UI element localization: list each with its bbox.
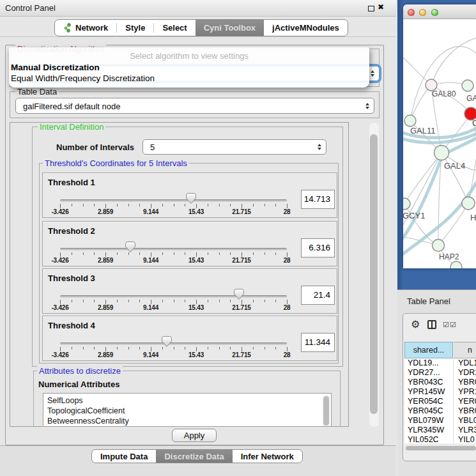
bottom-tab-bar: Impute DataDiscretize DataInfer Network [91, 449, 303, 463]
attributes-list-scrollbar[interactable] [323, 395, 330, 427]
threshold-value-field[interactable]: 21.4 [301, 286, 335, 305]
slider-track[interactable] [60, 199, 287, 202]
control-panel-titlebar: Control Panel ✖ [0, 0, 396, 17]
network-window: GAL80GAGAL11CGAL4GCY1HHAP2 [403, 4, 476, 268]
tick-mark [196, 347, 197, 351]
table-row[interactable]: YDL19...YDL1 [404, 358, 476, 368]
tick-mark [208, 252, 208, 255]
tab-network[interactable]: Network [55, 20, 116, 36]
network-canvas[interactable]: GAL80GAGAL11CGAL4GCY1HHAP2 [403, 19, 476, 268]
tick-mark [151, 252, 151, 257]
zoom-traffic-icon[interactable] [431, 9, 438, 16]
network-node [462, 80, 473, 91]
network-node [433, 240, 445, 252]
tick-label: 21.715 [232, 257, 250, 264]
tick-mark [242, 300, 242, 304]
algorithm-dropdown-popup: Select algorithm to view settings Manual… [9, 47, 369, 88]
tick-label: -3.426 [51, 257, 68, 264]
threshold-panel: Threshold 4-3.4262.8599.14415.4321.71528… [42, 316, 337, 361]
slider-track[interactable] [60, 248, 287, 250]
tick-label: 21.715 [232, 351, 250, 358]
settings-viewport: Interval Definition Number of Intervals … [10, 122, 349, 427]
tab-cyni-toolbox[interactable]: Cyni Toolbox [196, 20, 264, 36]
minimize-traffic-icon[interactable] [419, 9, 426, 16]
tab-style[interactable]: Style [117, 20, 153, 36]
tab-select[interactable]: Select [154, 20, 195, 36]
tick-mark [83, 252, 84, 255]
threshold-panel: Threshold 2-3.4262.8599.14415.4321.71528… [42, 221, 337, 266]
table-row[interactable]: YBR045CYBR0 [404, 406, 476, 416]
close-traffic-icon[interactable] [408, 9, 415, 16]
threshold-value-field[interactable]: 6.316 [301, 238, 335, 257]
dropdown-option-manual[interactable]: Manual Discretization [11, 63, 100, 72]
network-icon [63, 23, 72, 33]
cyni-toolbox-panel: Discretization Algorithm Table Data galF… [5, 45, 384, 445]
tab-jactivemnodules[interactable]: jActiveMNodules [264, 20, 348, 36]
column-header-shared-name[interactable]: shared... [404, 342, 453, 358]
close-icon[interactable]: ✖ [378, 3, 384, 12]
table-data-combobox[interactable]: galFiltered.sif default node [15, 98, 374, 114]
cell-shared-name: YBR043C [404, 378, 453, 387]
tick-mark [117, 252, 118, 255]
table-row[interactable]: YBR043CYBR0 [404, 378, 476, 387]
slider-thumb[interactable] [233, 288, 245, 300]
tick-label: 21.715 [232, 208, 250, 215]
slider-thumb[interactable] [161, 335, 173, 348]
threshold-label: Threshold 1 [48, 178, 95, 187]
table-panel-title: Table Panel [407, 296, 450, 306]
attributes-group: Attributes to discretize Numerical Attri… [33, 371, 341, 427]
node-label: GCY1 [403, 211, 425, 220]
gear-icon[interactable]: ⚙ [411, 318, 420, 330]
float-panel-icon[interactable] [368, 6, 374, 12]
tick-mark [230, 347, 231, 349]
list-item[interactable]: SelfLoops [43, 395, 331, 406]
slider-track[interactable] [60, 295, 287, 298]
cell-shared-name: YBL079W [404, 416, 453, 426]
column-header-name[interactable]: n [454, 342, 476, 358]
cell-name: YDL1 [453, 358, 476, 368]
select-columns-icons[interactable]: ☑☑ [443, 321, 457, 329]
threshold-value-field[interactable]: 14.713 [301, 190, 335, 209]
tick-mark [253, 252, 254, 255]
number-of-intervals-value: 5 [150, 142, 155, 152]
slider-track[interactable] [60, 342, 287, 345]
dropdown-option-equal-width[interactable]: Equal Width/Frequency Discretization [11, 73, 155, 83]
slider-thumb[interactable] [125, 241, 136, 253]
attributes-list[interactable]: SelfLoopsTopologicalCoefficientBetweenne… [43, 393, 332, 427]
list-item[interactable]: BetweennessCentrality [43, 416, 331, 426]
tab-discretize-data[interactable]: Discretize Data [156, 450, 232, 463]
tick-mark [105, 347, 106, 351]
tick-mark [83, 347, 84, 349]
table-row[interactable]: YER054CYER0 [404, 397, 476, 406]
table-row[interactable]: YIL052CYIL0 [404, 435, 476, 443]
tab-impute-data[interactable]: Impute Data [92, 450, 156, 463]
numerical-attributes-label: Numerical Attributes [38, 380, 119, 389]
tab-infer-network[interactable]: Infer Network [233, 450, 302, 463]
tick-mark [230, 300, 231, 302]
network-node [462, 197, 475, 210]
table-row[interactable]: YBL079WYBL0 [404, 416, 476, 426]
table-horizontal-scrollbar[interactable] [404, 445, 476, 451]
table-row[interactable]: YDR27...YDR2 [404, 368, 476, 378]
tab-label: Impute Data [100, 452, 148, 461]
tick-mark [117, 300, 118, 302]
tick-label: 15.43 [188, 304, 204, 311]
table-row[interactable]: YPR145WYPR1 [404, 387, 476, 397]
number-of-intervals-spinner[interactable]: 5 [142, 139, 326, 155]
tick-mark [253, 300, 254, 302]
cell-shared-name: YLR345W [404, 426, 453, 435]
tick-label: 9.144 [143, 351, 158, 358]
settings-scrollbar[interactable] [369, 123, 379, 427]
apply-button[interactable]: Apply [172, 429, 217, 442]
tick-mark [105, 204, 106, 208]
table-row[interactable]: YLR345WYLR3 [404, 426, 476, 435]
tick-mark [94, 347, 95, 349]
threshold-value-field[interactable]: 11.344 [301, 333, 335, 352]
combo-arrows-icon [365, 103, 369, 109]
tick-mark [230, 252, 231, 255]
tick-mark [208, 204, 208, 206]
slider-thumb[interactable] [185, 192, 197, 204]
tick-mark [230, 204, 231, 206]
columns-icon[interactable] [427, 320, 436, 329]
list-item[interactable]: TopologicalCoefficient [43, 406, 331, 416]
